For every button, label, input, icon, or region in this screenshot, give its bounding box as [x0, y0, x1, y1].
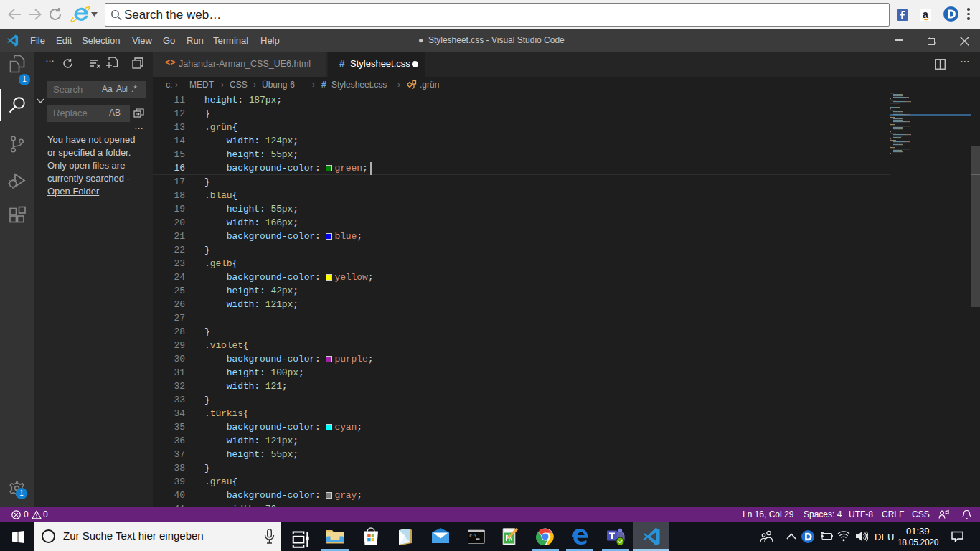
svg-text:a: a — [923, 9, 928, 20]
svg-text:C:\: C:\ — [470, 534, 477, 539]
